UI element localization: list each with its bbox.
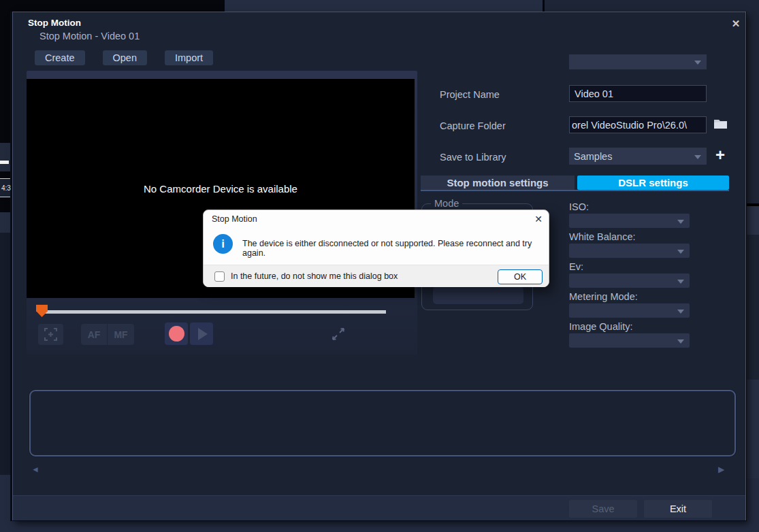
project-subtitle: Stop Motion - Video 01: [39, 31, 140, 41]
chevron-down-icon: [694, 155, 701, 159]
ok-button[interactable]: OK: [498, 269, 543, 284]
chevron-down-icon: [677, 250, 684, 254]
metering-mode-label: Metering Mode:: [569, 291, 638, 302]
save-to-library-value: Samples: [574, 151, 612, 162]
onion-skin-slider-track[interactable]: [42, 310, 386, 314]
capture-image-button[interactable]: [165, 322, 188, 345]
exit-button[interactable]: Exit: [644, 500, 712, 518]
auto-focus-area-button[interactable]: [38, 324, 63, 345]
chevron-down-icon: [677, 220, 684, 224]
background-white-line: [0, 161, 9, 164]
focus-mode-group: AF MF: [81, 324, 134, 345]
chevron-down-icon: [677, 280, 684, 284]
iso-label: ISO:: [569, 201, 589, 212]
onion-skin-slider-handle[interactable]: [36, 305, 48, 317]
chevron-down-icon: [694, 61, 701, 65]
ev-dropdown[interactable]: [569, 273, 690, 288]
background-bottom-strip: [0, 521, 759, 532]
save-to-library-label: Save to Library: [440, 152, 506, 163]
background-left-panel: [0, 233, 10, 475]
ev-label: Ev:: [569, 261, 583, 272]
create-button[interactable]: Create: [35, 50, 85, 65]
image-quality-label: Image Quality:: [569, 321, 633, 332]
folder-icon: [713, 117, 729, 131]
save-to-library-dropdown[interactable]: Samples: [569, 148, 707, 165]
tab-dslr-settings[interactable]: DSLR settings: [577, 176, 729, 190]
background-top-tab: [225, 0, 543, 12]
project-name-label: Project Name: [440, 89, 500, 100]
save-button[interactable]: Save: [569, 500, 637, 518]
dialog-footer: Save Exit: [13, 495, 745, 520]
project-name-input[interactable]: Video 01: [569, 85, 707, 102]
aspect-ratio-badge: 4:3: [0, 178, 10, 197]
info-icon: i: [213, 234, 233, 254]
background-left-panel: [0, 143, 10, 171]
no-device-message: No Camcorder Device is available: [144, 183, 297, 195]
import-button[interactable]: Import: [165, 50, 213, 65]
play-button[interactable]: [190, 322, 213, 345]
iso-dropdown[interactable]: [569, 214, 690, 228]
messagebox-footer: In the future, do not show me this dialo…: [204, 265, 549, 287]
background-left-panel: [0, 212, 10, 233]
open-button[interactable]: Open: [103, 50, 147, 65]
metering-mode-dropdown[interactable]: [569, 303, 690, 318]
white-balance-dropdown[interactable]: [569, 244, 690, 258]
chevron-down-icon: [677, 310, 684, 314]
image-quality-dropdown[interactable]: [569, 333, 690, 348]
dont-show-again-checkbox[interactable]: [214, 271, 225, 282]
focus-frame-icon: [44, 328, 57, 341]
dialog-title: Stop Motion: [28, 18, 81, 28]
close-icon[interactable]: ✕: [728, 16, 744, 32]
messagebox-title: Stop Motion: [212, 214, 257, 224]
chevron-down-icon: [677, 339, 684, 344]
capture-device-dropdown[interactable]: [569, 54, 707, 69]
record-icon: [169, 326, 184, 342]
expand-arrows-icon: [331, 327, 346, 342]
mode-group-label: Mode: [431, 198, 462, 209]
captured-frames-strip: [29, 390, 736, 456]
error-message: The device is either disconnected or not…: [242, 239, 542, 258]
background-right-panel: [747, 235, 759, 380]
browse-folder-button[interactable]: [713, 117, 729, 132]
dont-show-again-label: In the future, do not show me this dialo…: [231, 271, 398, 281]
background-right-panel: [747, 206, 759, 235]
background-right-panel: [747, 380, 759, 478]
mode-option-button[interactable]: [433, 286, 523, 304]
close-icon[interactable]: ✕: [530, 212, 547, 227]
capture-folder-input[interactable]: orel VideoStudio Pro\26.0\: [569, 116, 707, 133]
add-library-folder-button[interactable]: +: [711, 146, 729, 165]
tab-stop-motion-settings[interactable]: Stop motion settings: [421, 176, 575, 190]
device-error-messagebox: Stop Motion ✕ i The device is either dis…: [203, 210, 549, 287]
scroll-right-icon[interactable]: ▶: [718, 465, 724, 474]
resize-preview-handle[interactable]: [331, 327, 346, 342]
scroll-left-icon[interactable]: ◄: [31, 465, 39, 474]
project-toolbar: Create Open Import: [35, 50, 213, 65]
play-icon: [198, 328, 208, 340]
auto-focus-button[interactable]: AF: [81, 324, 108, 345]
white-balance-label: White Balance:: [569, 231, 636, 242]
manual-focus-button[interactable]: MF: [108, 324, 134, 345]
capture-folder-label: Capture Folder: [440, 120, 506, 131]
background-top-right: [545, 0, 759, 12]
